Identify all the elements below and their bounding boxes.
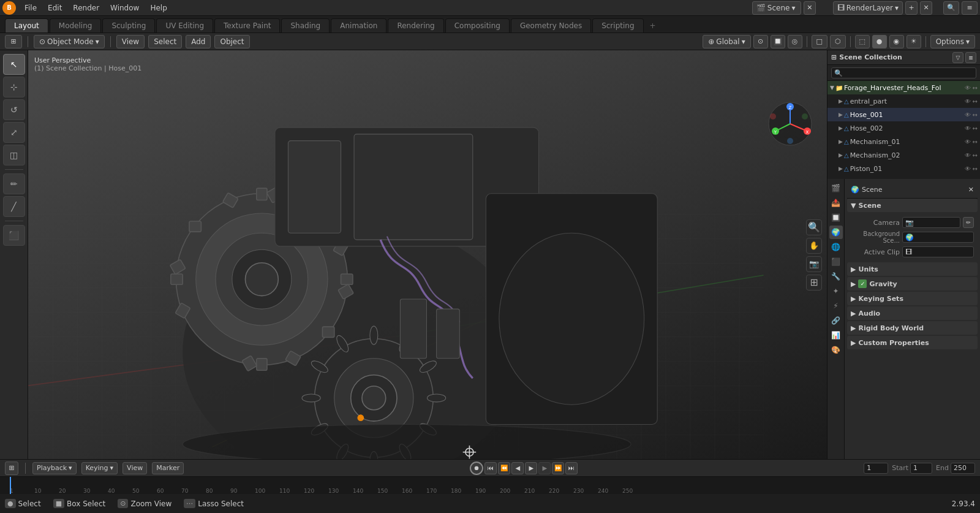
- vis-icon-3[interactable]: 👁: [965, 125, 971, 132]
- render-layer-add[interactable]: +: [905, 1, 918, 15]
- current-frame-display[interactable]: 1: [864, 463, 888, 474]
- outliner-item-root[interactable]: ▼ 📁 Forage_Harvester_Heads_Fol 👁 ↔: [827, 81, 980, 94]
- prop-tab-physics[interactable]: ⚡: [829, 299, 843, 313]
- outliner-item-1[interactable]: ▶ △ entral_part 👁 ↔: [827, 94, 980, 108]
- search-btn[interactable]: 🔍: [943, 1, 959, 15]
- select-menu[interactable]: Select: [148, 35, 182, 48]
- vis-icon-4[interactable]: 👁: [965, 139, 971, 145]
- next-keyframe-btn[interactable]: ⏩: [552, 462, 564, 474]
- prop-tab-scene[interactable]: 🌍: [829, 226, 843, 239]
- scene-selector[interactable]: 🎬 Scene ▾: [752, 1, 801, 15]
- prev-frame-btn[interactable]: ◀: [511, 462, 524, 474]
- tool-add-cube[interactable]: ⬛: [3, 225, 25, 246]
- viewport[interactable]: User Perspective (1) Scene Collection | …: [28, 50, 827, 459]
- tab-shading[interactable]: Shading: [281, 18, 330, 32]
- viewport-shade-2[interactable]: ⬡: [830, 35, 846, 48]
- object-mode-selector[interactable]: ⊙ Object Mode ▾: [34, 35, 105, 48]
- outliner-item-6[interactable]: ▶ △ Piston_01 👁 ↔: [827, 162, 980, 175]
- menu-edit[interactable]: Edit: [43, 2, 67, 13]
- transform-orientation[interactable]: ⊕ Global ▾: [703, 35, 750, 48]
- sel-icon-4[interactable]: ↔: [973, 139, 978, 145]
- active-clip-value[interactable]: 🎞: [902, 246, 974, 257]
- axis-widget[interactable]: Z X Y: [766, 99, 815, 148]
- keying-dropdown[interactable]: Keying ▾: [81, 462, 118, 474]
- marker-dropdown[interactable]: Marker: [152, 462, 184, 474]
- add-workspace-btn[interactable]: +: [645, 19, 661, 32]
- object-menu[interactable]: Object: [214, 35, 249, 48]
- prop-tab-output[interactable]: 📤: [829, 196, 843, 210]
- tool-select[interactable]: ↖: [3, 54, 25, 75]
- camera-value[interactable]: 📷: [902, 217, 960, 228]
- tab-modeling[interactable]: Modeling: [50, 18, 102, 32]
- end-frame-input[interactable]: 250: [951, 463, 975, 474]
- sel-icon-2[interactable]: ↔: [973, 112, 978, 118]
- render-layer-remove[interactable]: ✕: [920, 1, 932, 15]
- tool-move[interactable]: ⊹: [3, 77, 25, 97]
- vp-pan[interactable]: ✋: [806, 238, 822, 254]
- units-section-header[interactable]: ▶ Units: [847, 262, 978, 276]
- start-frame-input[interactable]: 1: [910, 463, 932, 474]
- tab-compositing[interactable]: Compositing: [445, 18, 510, 32]
- prop-tab-modifier[interactable]: 🔧: [829, 270, 843, 283]
- tool-transform[interactable]: ◫: [3, 145, 25, 165]
- scene-section-header[interactable]: ▼ Scene: [847, 199, 978, 212]
- render-layer-selector[interactable]: 🎞 RenderLayer ▾: [833, 1, 903, 15]
- custom-props-section-header[interactable]: ▶ Custom Properties: [847, 336, 978, 349]
- view-dropdown[interactable]: View: [123, 462, 147, 474]
- tab-layout[interactable]: Layout: [5, 18, 48, 32]
- vp-camera[interactable]: 📷: [806, 256, 822, 272]
- outliner-item-4[interactable]: ▶ △ Mechanism_01 👁 ↔: [827, 135, 980, 148]
- keying-section-header[interactable]: ▶ Keying Sets: [847, 292, 978, 305]
- tab-sculpting[interactable]: Sculpting: [102, 18, 155, 32]
- prop-tab-object[interactable]: ⬛: [829, 255, 843, 268]
- prop-tab-render[interactable]: 🎬: [829, 181, 843, 195]
- shading-material[interactable]: ◉: [889, 35, 904, 48]
- viewport-shade-1[interactable]: □: [812, 35, 827, 48]
- menu-help[interactable]: Help: [145, 2, 172, 13]
- vis-icon-2[interactable]: 👁: [965, 112, 971, 118]
- shading-wire[interactable]: ⬚: [855, 35, 870, 48]
- sel-icon-1[interactable]: ↔: [973, 98, 978, 105]
- tab-rendering[interactable]: Rendering: [388, 18, 443, 32]
- gravity-checkbox[interactable]: ✓: [858, 279, 867, 288]
- filter-btn[interactable]: ≡: [962, 1, 978, 15]
- prev-keyframe-btn[interactable]: ⏪: [498, 462, 510, 474]
- proportional-edit[interactable]: ◎: [788, 35, 802, 48]
- outliner-display[interactable]: ≡: [965, 52, 976, 63]
- sel-icon-3[interactable]: ↔: [973, 125, 978, 132]
- jump-end-btn[interactable]: ⏭: [565, 462, 578, 474]
- snap-toggle[interactable]: 🔲: [771, 35, 785, 48]
- outliner-item-5[interactable]: ▶ △ Mechanism_02 👁 ↔: [827, 148, 980, 162]
- tab-animation[interactable]: Animation: [331, 18, 386, 32]
- tool-rotate[interactable]: ↺: [3, 99, 25, 120]
- add-menu[interactable]: Add: [186, 35, 211, 48]
- sel-icon-5[interactable]: ↔: [973, 152, 978, 159]
- prop-tab-material[interactable]: 🎨: [829, 343, 843, 357]
- tool-measure[interactable]: ╱: [3, 196, 25, 217]
- vp-grid-view[interactable]: ⊞: [806, 275, 822, 291]
- sel-icon[interactable]: ↔: [973, 85, 978, 91]
- prop-tab-constraints[interactable]: 🔗: [829, 314, 843, 327]
- play-btn[interactable]: ▶: [525, 462, 537, 474]
- prop-tab-data[interactable]: 📊: [829, 329, 843, 342]
- tab-uv-editing[interactable]: UV Editing: [156, 18, 213, 32]
- vis-icon[interactable]: 👁: [965, 85, 971, 91]
- record-btn[interactable]: ⏺: [470, 462, 483, 475]
- outliner-search-input[interactable]: [831, 67, 976, 78]
- tool-scale[interactable]: ⤢: [3, 122, 25, 143]
- outliner-item-2[interactable]: ▶ △ Hose_001 👁 ↔: [827, 108, 980, 121]
- scene-settings-btn[interactable]: ✕: [804, 1, 816, 15]
- menu-render[interactable]: Render: [68, 2, 104, 13]
- bg-scene-value[interactable]: 🌍: [902, 232, 974, 243]
- transform-pivot[interactable]: ⊙: [753, 35, 768, 48]
- rigid-body-section-header[interactable]: ▶ Rigid Body World: [847, 321, 978, 335]
- vp-zoom-in[interactable]: 🔍: [806, 219, 822, 235]
- gravity-section-header[interactable]: ▶ ✓ Gravity: [847, 277, 978, 291]
- camera-edit-btn[interactable]: ✏: [963, 217, 974, 228]
- outliner-item-3[interactable]: ▶ △ Hose_002 👁 ↔: [827, 121, 980, 135]
- shading-rendered[interactable]: ☀: [907, 35, 921, 48]
- editor-type-btn[interactable]: ⊞: [5, 35, 22, 48]
- options-btn[interactable]: Options ▾: [930, 35, 975, 48]
- prop-tab-view-layer[interactable]: 🔲: [829, 211, 843, 224]
- shading-solid[interactable]: ●: [872, 35, 887, 48]
